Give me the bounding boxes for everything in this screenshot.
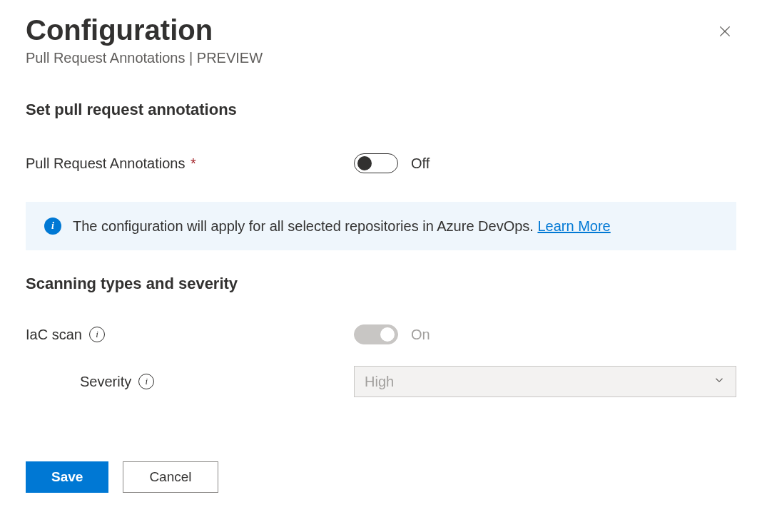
info-icon[interactable]: i [138, 374, 154, 389]
pr-annotations-label: Pull Request Annotations * [26, 155, 354, 172]
iac-scan-toggle-state: On [411, 327, 430, 343]
severity-select: High [354, 366, 736, 397]
required-indicator: * [190, 155, 196, 171]
pr-annotations-toggle[interactable] [354, 153, 398, 173]
toggle-knob [380, 327, 395, 342]
iac-scan-label: IaC scan i [26, 327, 354, 343]
save-button[interactable]: Save [26, 461, 108, 493]
severity-value: High [365, 374, 394, 390]
learn-more-link[interactable]: Learn More [537, 218, 610, 234]
section-heading-scanning: Scanning types and severity [26, 275, 736, 293]
cancel-button[interactable]: Cancel [123, 461, 218, 493]
severity-label: Severity i [80, 374, 354, 390]
section-heading-pr-annotations: Set pull request annotations [26, 101, 736, 119]
page-subtitle: Pull Request Annotations | PREVIEW [26, 50, 263, 66]
info-banner: i The configuration will apply for all s… [26, 202, 736, 250]
toggle-knob [357, 156, 372, 170]
close-button[interactable] [713, 20, 736, 45]
info-text: The configuration will apply for all sel… [73, 218, 537, 234]
page-title: Configuration [26, 14, 263, 46]
close-icon [718, 30, 732, 41]
info-icon: i [44, 218, 61, 235]
info-icon[interactable]: i [89, 327, 105, 342]
pr-annotations-toggle-state: Off [411, 155, 430, 172]
chevron-down-icon [713, 374, 726, 390]
iac-scan-toggle [354, 324, 398, 344]
